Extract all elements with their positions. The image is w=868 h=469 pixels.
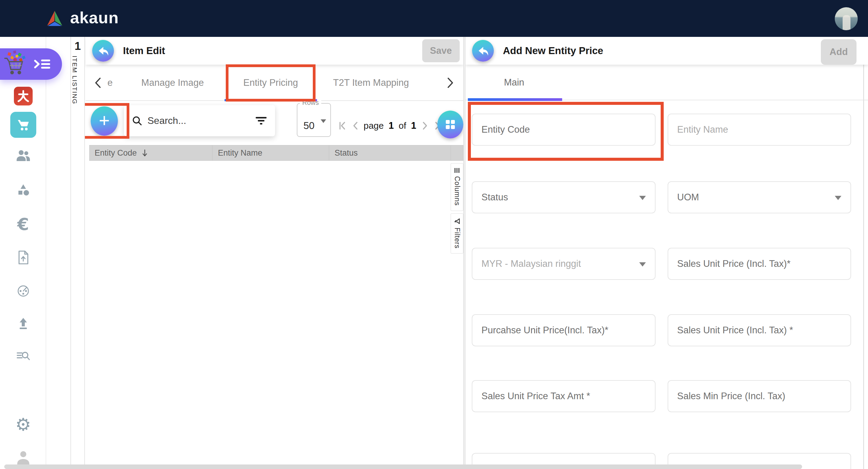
shopping-cart-icon <box>10 112 36 138</box>
active-app-banner[interactable] <box>0 49 62 80</box>
app-window: akaun <box>0 0 868 469</box>
entity-code-input[interactable] <box>482 124 646 135</box>
add-entity-price-panel: Add New Entity Price Add Main Status <box>465 37 868 469</box>
form-row <box>472 114 851 146</box>
form-tabs: Main <box>465 65 868 100</box>
tabs-scroll-right[interactable] <box>443 65 457 101</box>
sales-unit-price-tax-amt-input[interactable] <box>482 391 646 402</box>
sidebar-item-pos-app[interactable] <box>0 112 46 138</box>
rows-per-page-select[interactable]: Rows 50 <box>297 103 331 137</box>
user-avatar[interactable] <box>835 7 858 30</box>
upload-icon <box>17 317 30 331</box>
sidebar-item-da-app[interactable] <box>0 87 46 105</box>
page-current: 1 <box>388 120 395 131</box>
next-page-button[interactable] <box>421 121 429 130</box>
people-icon <box>16 149 31 162</box>
brand-logo[interactable]: akaun <box>45 9 119 28</box>
chevron-down-icon <box>321 119 326 123</box>
sidebar-item-search-list[interactable] <box>0 350 46 363</box>
sidebar-item-settings[interactable]: ⚙ <box>0 416 46 433</box>
sidebar-item-file-import[interactable] <box>0 250 46 265</box>
sales-min-price-field <box>668 380 851 412</box>
sort-desc-icon[interactable] <box>142 149 148 157</box>
sales-unit-price-tax-amt-field <box>472 380 655 412</box>
search-bar <box>124 105 275 136</box>
panel-divider <box>463 37 465 469</box>
column-header-status[interactable]: Status <box>329 145 451 160</box>
vertical-scrollbar[interactable] <box>863 46 864 469</box>
add-entity-price-button[interactable]: + <box>91 106 118 136</box>
sidebar-item-profile[interactable] <box>0 450 46 466</box>
sales-min-price-input[interactable] <box>677 391 842 402</box>
form-row <box>472 314 851 346</box>
item-edit-header: Item Edit Save <box>86 37 463 65</box>
add-button[interactable]: Add <box>821 39 857 65</box>
purchase-unit-price-field <box>472 314 655 346</box>
sales-unit-price-field <box>668 248 851 280</box>
back-button[interactable] <box>92 40 114 62</box>
column-header-entity-code[interactable]: Entity Code <box>89 145 212 160</box>
euro-icon: € <box>17 216 29 233</box>
tab-partial[interactable]: e <box>105 65 115 101</box>
save-button[interactable]: Save <box>422 39 460 62</box>
tabs-scroll-left[interactable] <box>91 65 105 101</box>
chevron-down-icon <box>639 262 646 267</box>
shapes-icon <box>17 184 30 197</box>
sidebar-item-currency[interactable]: € <box>0 216 46 233</box>
tab-t2t-item-mapping[interactable]: T2T Item Mapping <box>319 65 423 101</box>
sidebar-item-contacts[interactable] <box>0 149 46 162</box>
select-value: MYR - Malaysian ringgit <box>482 258 581 269</box>
add-entity-price-header: Add New Entity Price Add <box>465 37 868 65</box>
page-total: 1 <box>410 120 417 131</box>
status-select[interactable]: Status <box>472 181 655 213</box>
column-header-entity-name[interactable]: Entity Name <box>212 145 329 160</box>
uom-select[interactable]: UOM <box>668 181 851 213</box>
grid-view-button[interactable] <box>437 111 463 138</box>
entity-name-field <box>668 114 851 146</box>
top-navbar: akaun <box>0 0 868 37</box>
collapse-menu-icon[interactable] <box>33 57 52 71</box>
first-page-button[interactable] <box>337 121 347 130</box>
entity-pricing-toolbar: + <box>86 100 463 144</box>
columns-panel-tab[interactable]: Columns <box>451 163 463 211</box>
active-tab-underline <box>224 99 317 101</box>
entity-price-form: Status UOM MYR - Malaysian ringgit <box>465 100 868 469</box>
sidebar-item-timer[interactable] <box>0 283 46 298</box>
tab-entity-pricing[interactable]: Entity Pricing <box>226 65 315 101</box>
pagination: page 1 of 1 <box>337 120 443 131</box>
table-side-tabs: Columns Filters <box>451 145 463 254</box>
filter-funnel-icon <box>454 218 460 224</box>
filter-list-icon[interactable] <box>255 116 267 126</box>
akaun-triangle-icon <box>45 10 64 27</box>
tab-main[interactable]: Main <box>494 65 534 100</box>
column-label: Entity Code <box>95 148 137 158</box>
brand-name: akaun <box>70 9 119 28</box>
filters-panel-tab[interactable]: Filters <box>451 213 463 254</box>
entity-code-field <box>472 114 655 146</box>
item-listing-strip[interactable]: 1 ITEM LISTING <box>70 37 85 469</box>
search-icon <box>132 116 143 126</box>
person-icon <box>16 450 31 466</box>
listing-label: ITEM LISTING <box>71 56 78 104</box>
back-button[interactable] <box>472 40 494 62</box>
prev-page-button[interactable] <box>351 121 359 130</box>
purchase-unit-price-input[interactable] <box>482 325 646 336</box>
horizontal-scrollbar[interactable] <box>4 465 802 469</box>
sales-unit-price2-input[interactable] <box>677 325 842 336</box>
select-value: UOM <box>677 192 699 203</box>
columns-icon <box>454 168 460 173</box>
item-edit-tabs: e Manage Image Entity Pricing T2T Item M… <box>86 65 463 101</box>
search-input[interactable] <box>148 115 255 126</box>
table-corner-cell <box>451 145 463 161</box>
sidebar-item-products[interactable] <box>0 184 46 197</box>
table-header-row: Entity Code Entity Name Status <box>89 145 451 161</box>
listing-index: 1 <box>71 40 84 53</box>
sidebar-item-upload[interactable] <box>0 317 46 331</box>
entity-name-input[interactable] <box>677 124 842 135</box>
sales-unit-price-input[interactable] <box>677 258 842 269</box>
timer-icon <box>16 283 30 298</box>
tab-manage-image[interactable]: Manage Image <box>121 65 224 101</box>
currency-select[interactable]: MYR - Malaysian ringgit <box>472 248 655 280</box>
page-word: page <box>364 121 384 131</box>
colorful-cart-icon <box>2 50 31 79</box>
